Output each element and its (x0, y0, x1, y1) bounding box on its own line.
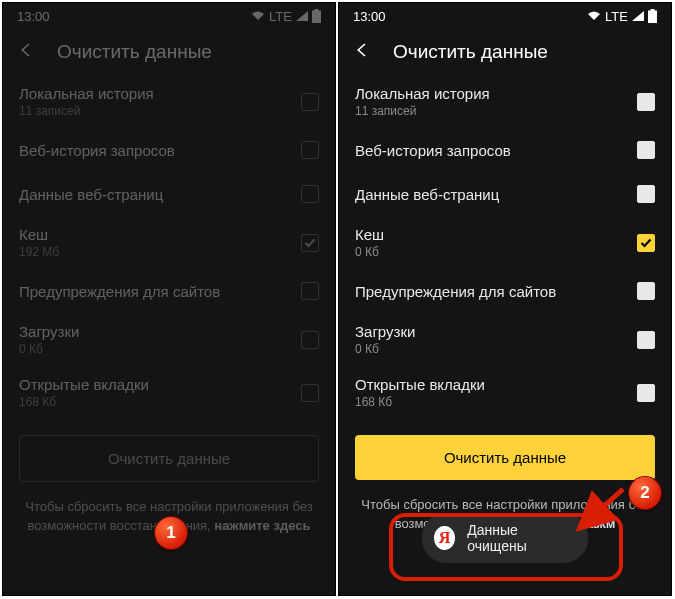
yandex-icon: Я (434, 526, 455, 550)
checkbox[interactable] (301, 141, 319, 159)
item-label: Данные веб-страниц (19, 186, 163, 203)
header: Очистить данные (3, 29, 335, 75)
item-label: Веб-история запросов (19, 142, 175, 159)
item-label: Веб-история запросов (355, 142, 511, 159)
item-label: Локальная история (355, 85, 490, 102)
item-label: Данные веб-страниц (355, 186, 499, 203)
back-icon[interactable] (17, 41, 35, 63)
checkbox[interactable] (301, 93, 319, 111)
status-time: 13:00 (353, 9, 386, 24)
list-item[interactable]: Локальная история11 записей (19, 75, 319, 128)
list-item[interactable]: Данные веб-страниц (355, 172, 655, 216)
item-label: Кеш (19, 226, 59, 243)
status-bar: 13:00 LTE (339, 3, 671, 29)
checkbox[interactable] (301, 384, 319, 402)
item-sublabel: 168 Кб (355, 395, 485, 409)
item-sublabel: 0 Кб (355, 342, 415, 356)
reset-link[interactable]: нажмите здесь (214, 518, 310, 533)
item-sublabel: 168 Кб (19, 395, 149, 409)
list-item[interactable]: Загрузки0 Кб (355, 313, 655, 366)
checkbox[interactable] (637, 384, 655, 402)
list-item[interactable]: Данные веб-страниц (19, 172, 319, 216)
step-badge-1: 1 (155, 517, 187, 549)
item-label: Открытые вкладки (19, 376, 149, 393)
checkbox[interactable] (637, 141, 655, 159)
status-icons: LTE (251, 9, 321, 24)
svg-rect-2 (648, 11, 657, 24)
item-sublabel: 11 записей (355, 104, 490, 118)
toast-notification: Я Данные очищены (422, 513, 588, 563)
item-sublabel: 0 Кб (19, 342, 79, 356)
item-label: Открытые вкладки (355, 376, 485, 393)
signal-icon (632, 11, 644, 21)
list-item[interactable]: Открытые вкладки168 Кб (19, 366, 319, 419)
list-item[interactable]: Открытые вкладки168 Кб (355, 366, 655, 419)
list-item[interactable]: Предупреждения для сайтов (355, 269, 655, 313)
list-item[interactable]: Веб-история запросов (355, 128, 655, 172)
item-label: Предупреждения для сайтов (355, 283, 556, 300)
network-label: LTE (605, 9, 628, 24)
network-label: LTE (269, 9, 292, 24)
item-sublabel: 0 Кб (355, 245, 384, 259)
checkbox[interactable] (637, 331, 655, 349)
status-time: 13:00 (17, 9, 50, 24)
list-item[interactable]: Кеш192 Мб (19, 216, 319, 269)
settings-list: Локальная история11 записейВеб-история з… (339, 75, 671, 419)
checkbox[interactable] (637, 185, 655, 203)
battery-icon (312, 9, 321, 23)
screenshot-step-2: 13:00 LTE Очистить данные Локальная исто… (338, 2, 672, 596)
checkbox[interactable] (637, 93, 655, 111)
item-sublabel: 11 записей (19, 104, 154, 118)
battery-icon (648, 9, 657, 23)
item-label: Локальная история (19, 85, 154, 102)
checkbox[interactable] (301, 331, 319, 349)
back-icon[interactable] (353, 41, 371, 63)
page-title: Очистить данные (57, 41, 212, 63)
list-item[interactable]: Загрузки0 Кб (19, 313, 319, 366)
status-icons: LTE (587, 9, 657, 24)
item-label: Кеш (355, 226, 384, 243)
settings-list: Локальная история11 записейВеб-история з… (3, 75, 335, 419)
screenshot-step-1: 13:00 LTE Очистить данные Локальная исто… (2, 2, 336, 596)
checkbox[interactable] (301, 185, 319, 203)
item-sublabel: 192 Мб (19, 245, 59, 259)
list-item[interactable]: Предупреждения для сайтов (19, 269, 319, 313)
step-badge-2: 2 (629, 477, 661, 509)
signal-icon (296, 11, 308, 21)
header: Очистить данные (339, 29, 671, 75)
svg-rect-3 (651, 9, 655, 11)
item-label: Предупреждения для сайтов (19, 283, 220, 300)
clear-button[interactable]: Очистить данные (355, 435, 655, 480)
checkbox[interactable] (637, 234, 655, 252)
wifi-icon (587, 11, 601, 21)
item-label: Загрузки (19, 323, 79, 340)
list-item[interactable]: Кеш0 Кб (355, 216, 655, 269)
list-item[interactable]: Веб-история запросов (19, 128, 319, 172)
list-item[interactable]: Локальная история11 записей (355, 75, 655, 128)
page-title: Очистить данные (393, 41, 548, 63)
toast-text: Данные очищены (467, 522, 568, 554)
svg-rect-0 (312, 11, 321, 24)
checkbox[interactable] (301, 282, 319, 300)
status-bar: 13:00 LTE (3, 3, 335, 29)
checkbox[interactable] (301, 234, 319, 252)
wifi-icon (251, 11, 265, 21)
item-label: Загрузки (355, 323, 415, 340)
svg-rect-1 (315, 9, 319, 11)
checkbox[interactable] (637, 282, 655, 300)
clear-button[interactable]: Очистить данные (19, 435, 319, 482)
